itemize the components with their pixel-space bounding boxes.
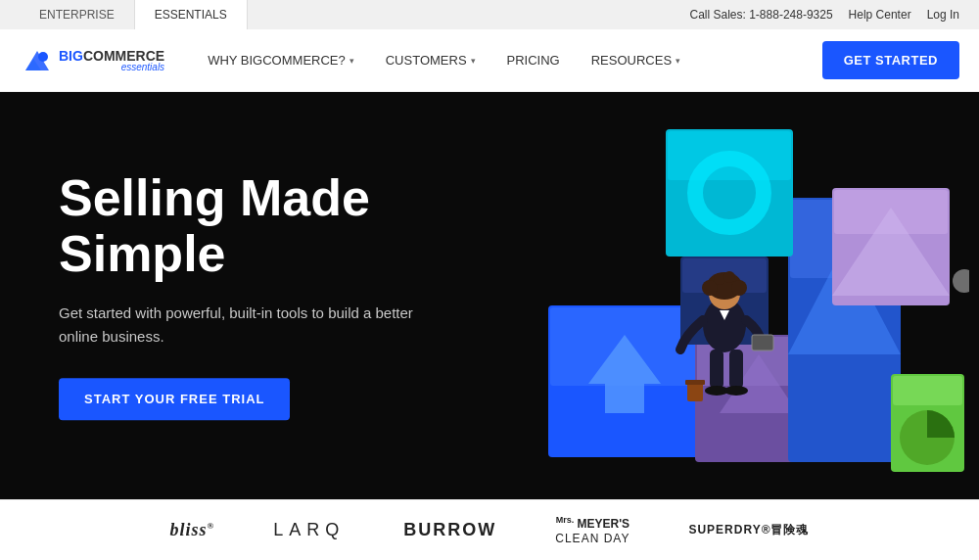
nav-resources[interactable]: RESOURCES ▾ xyxy=(578,45,694,75)
tab-enterprise[interactable]: ENTERPRISE xyxy=(20,0,135,29)
nav-links: WHY BIGCOMMERCE? ▾ CUSTOMERS ▾ PRICING R… xyxy=(194,45,822,75)
top-bar-tabs: ENTERPRISE ESSENTIALS xyxy=(20,0,248,29)
hero-section: Selling Made Simple Get started with pow… xyxy=(0,92,979,499)
nav-why-bigcommerce[interactable]: WHY BIGCOMMERCE? ▾ xyxy=(194,45,368,75)
nav-right: GET STARTED xyxy=(822,41,959,79)
brand-bliss: bliss® xyxy=(170,520,215,540)
tab-essentials[interactable]: ESSENTIALS xyxy=(135,0,248,29)
log-in-link[interactable]: Log In xyxy=(927,8,959,22)
chevron-icon: ▾ xyxy=(471,56,476,66)
help-center-link[interactable]: Help Center xyxy=(849,8,911,22)
bigcommerce-logo-icon xyxy=(20,43,55,78)
blocks-illustration xyxy=(499,100,969,491)
brand-burrow: BURROW xyxy=(403,520,496,540)
phone-link[interactable]: 1-888-248-9325 xyxy=(749,8,832,22)
svg-rect-23 xyxy=(893,376,962,405)
hero-title: Selling Made Simple xyxy=(59,170,431,282)
brands-bar: bliss® LARQ BURROW Mrs. MEYER'SCLEAN DAY… xyxy=(0,499,979,560)
brand-meyers: Mrs. MEYER'SCLEAN DAY xyxy=(555,515,629,545)
svg-rect-33 xyxy=(729,350,743,389)
brand-superdry: SUPERDRY®冒険魂 xyxy=(688,522,809,538)
nav-customers[interactable]: CUSTOMERS ▾ xyxy=(372,45,490,75)
nav-pricing[interactable]: PRICING xyxy=(493,45,574,75)
hero-blocks-svg xyxy=(499,100,969,491)
svg-point-30 xyxy=(714,273,725,285)
get-started-button[interactable]: GET STARTED xyxy=(822,41,959,79)
navbar: BIGCOMMERCE essentials WHY BIGCOMMERCE? … xyxy=(0,29,979,92)
top-bar: ENTERPRISE ESSENTIALS Call Sales: 1-888-… xyxy=(0,0,979,29)
chevron-icon: ▾ xyxy=(676,56,680,66)
logo-text: BIGCOMMERCE essentials xyxy=(59,49,164,72)
hero-subtitle: Get started with powerful, built-in tool… xyxy=(59,303,431,350)
svg-point-31 xyxy=(723,271,735,283)
logo[interactable]: BIGCOMMERCE essentials xyxy=(20,43,164,78)
svg-point-29 xyxy=(731,280,747,296)
svg-rect-39 xyxy=(685,380,705,385)
start-trial-button[interactable]: START YOUR FREE TRIAL xyxy=(59,379,290,421)
brand-larq: LARQ xyxy=(273,520,345,540)
svg-rect-32 xyxy=(710,350,723,389)
svg-rect-36 xyxy=(752,335,773,350)
chevron-icon: ▾ xyxy=(350,56,354,66)
hero-illustration xyxy=(490,92,979,499)
svg-point-35 xyxy=(724,386,748,396)
svg-point-2 xyxy=(38,52,48,62)
top-bar-right: Call Sales: 1-888-248-9325 Help Center L… xyxy=(689,8,959,22)
hero-content: Selling Made Simple Get started with pow… xyxy=(59,170,431,420)
phone-label: Call Sales: 1-888-248-9325 xyxy=(689,8,832,22)
